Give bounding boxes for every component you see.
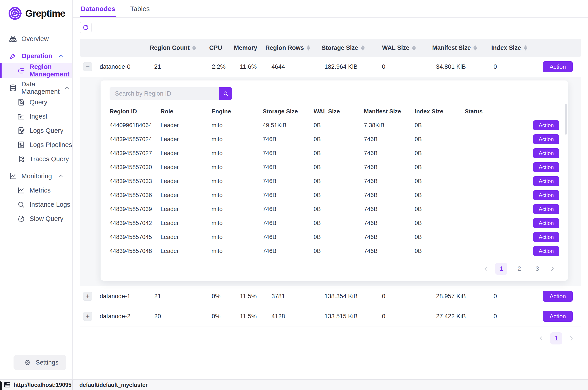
expand-toggle[interactable]: +	[83, 312, 92, 321]
tab-datanodes[interactable]: Datanodes	[80, 0, 116, 17]
datanode-action-button[interactable]: Action	[543, 311, 573, 322]
server-url-item[interactable]: http://localhost:19095	[0, 380, 73, 390]
region-row: 4483945857039 Leader mito 746B 0B 746B 0…	[110, 202, 559, 216]
datanode-storage-size: 133.515 KiB	[314, 313, 372, 320]
datanode-row: + datanode-2 20 0% 11.5% 4128 133.515 Ki…	[80, 306, 581, 326]
settings-button[interactable]: Settings	[13, 355, 66, 370]
search-button[interactable]	[219, 87, 232, 100]
expand-toggle[interactable]: +	[83, 292, 92, 301]
gear-icon	[24, 359, 31, 366]
sidebar-group-label: Data Management	[21, 81, 59, 95]
region-engine: mito	[211, 234, 263, 241]
region-wal-size: 0B	[314, 234, 364, 241]
next-page-icon[interactable]	[568, 335, 575, 341]
sidebar-item-label: Logs Query	[30, 127, 63, 134]
panel-scrollbar-thumb[interactable]	[565, 104, 567, 135]
sidebar-item-slow-query[interactable]: Slow Query	[0, 212, 72, 226]
sort-icon[interactable]	[361, 45, 365, 50]
sidebar-group-label: Operation	[21, 52, 52, 60]
sidebar-item-logs-query[interactable]: Logs Query	[0, 124, 72, 138]
page-button-3[interactable]: 3	[531, 263, 543, 275]
region-action-button[interactable]: Action	[533, 176, 559, 186]
region-action-button[interactable]: Action	[533, 148, 559, 158]
sidebar-item-instance-logs[interactable]: Instance Logs	[0, 197, 72, 212]
datanode-index-size: 0	[483, 313, 535, 320]
sidebar-item-ingest[interactable]: Ingest	[0, 109, 72, 124]
region-action-button[interactable]: Action	[533, 120, 559, 130]
region-action-button[interactable]: Action	[533, 218, 559, 228]
region-action-button[interactable]: Action	[533, 162, 559, 172]
column-header-region-rows: Region Rows	[261, 45, 314, 51]
region-row: 4483945857045 Leader mito 746B 0B 746B 0…	[110, 230, 559, 244]
region-storage-size: 746B	[263, 234, 314, 241]
sidebar-item-traces-query[interactable]: Traces Query	[0, 152, 72, 166]
datanode-wal-size: 0	[372, 63, 426, 70]
region-role: Leader	[160, 234, 211, 241]
sort-icon[interactable]	[192, 45, 196, 50]
sidebar-group-operation[interactable]: Operation	[0, 49, 72, 63]
cluster-selector[interactable]: default/default_mycluster	[73, 380, 148, 390]
region-action-button[interactable]: Action	[533, 190, 559, 200]
region-action-button[interactable]: Action	[533, 232, 559, 242]
sidebar-item-logs-pipelines[interactable]: Logs Pipelines	[0, 138, 72, 152]
region-search-input[interactable]	[110, 87, 219, 100]
main-content: Datanodes Tables	[73, 0, 588, 379]
sort-icon[interactable]	[524, 45, 527, 50]
region-manifest-size: 7.38KiB	[364, 122, 415, 129]
region-index-size: 0B	[415, 164, 465, 171]
region-id: 4483945857039	[110, 206, 160, 213]
datanode-action-button[interactable]: Action	[543, 61, 573, 72]
column-header-manifest-size: Manifest Size	[364, 108, 415, 115]
sidebar-item-label: Slow Query	[30, 215, 63, 223]
chevron-up-icon[interactable]	[64, 85, 70, 91]
region-engine: mito	[211, 136, 263, 143]
region-wal-size: 0B	[314, 136, 364, 143]
column-header-region-id: Region ID	[110, 108, 160, 115]
magnifier-icon	[17, 201, 25, 208]
page-button-1[interactable]: 1	[550, 332, 562, 344]
expand-toggle[interactable]: −	[83, 62, 92, 71]
refresh-button[interactable]	[80, 22, 92, 33]
app-root: Greptime Overview Operation	[0, 0, 588, 390]
sidebar-item-label: Traces Query	[30, 155, 69, 163]
sidebar-item-overview[interactable]: Overview	[0, 32, 72, 46]
region-manifest-size: 746B	[364, 150, 415, 157]
region-search-bar	[110, 87, 559, 100]
greptime-logo-icon	[8, 6, 22, 20]
sidebar-item-metrics[interactable]: Metrics	[0, 183, 72, 197]
document-search-icon	[17, 98, 25, 106]
prev-page-icon[interactable]	[483, 266, 489, 272]
next-page-icon[interactable]	[549, 266, 555, 272]
sort-icon[interactable]	[474, 45, 477, 50]
sidebar-item-label: Query	[30, 98, 47, 106]
datanode-action-button[interactable]: Action	[543, 291, 573, 302]
chevron-up-icon[interactable]	[58, 53, 64, 59]
region-row: 4483945857024 Leader mito 746B 0B 746B 0…	[110, 132, 559, 146]
region-action-button[interactable]: Action	[533, 134, 559, 144]
search-icon	[223, 90, 229, 97]
page-button-2[interactable]: 2	[513, 263, 525, 275]
region-index-size: 0B	[415, 206, 465, 213]
region-action-button[interactable]: Action	[533, 204, 559, 214]
sort-icon[interactable]	[412, 45, 416, 50]
region-manifest-size: 746B	[364, 234, 415, 241]
column-header-memory: Memory	[230, 45, 261, 51]
tab-tables[interactable]: Tables	[129, 0, 151, 17]
sort-icon[interactable]	[307, 45, 310, 50]
sidebar-group-data-management[interactable]: Data Management	[0, 81, 72, 95]
region-role: Leader	[160, 150, 211, 157]
chevron-up-icon[interactable]	[58, 173, 64, 179]
sidebar-item-region-management[interactable]: Region Management	[0, 63, 72, 78]
sidebar-group-monitoring[interactable]: Monitoring	[0, 169, 72, 183]
region-action-button[interactable]: Action	[533, 246, 559, 256]
region-role: Leader	[160, 164, 211, 171]
column-header-region-count: Region Count	[144, 45, 201, 51]
prev-page-icon[interactable]	[538, 335, 544, 341]
sidebar-item-query[interactable]: Query	[0, 95, 72, 109]
page-button-1[interactable]: 1	[495, 263, 507, 275]
branch-list-icon	[17, 67, 25, 75]
datanode-row: − datanode-0 21 2.2% 11.6% 4644 182.964 …	[80, 57, 581, 77]
sidebar-item-label: Metrics	[30, 187, 50, 194]
datanode-index-size: 0	[483, 63, 535, 70]
sidebar-item-label: Ingest	[30, 113, 47, 120]
